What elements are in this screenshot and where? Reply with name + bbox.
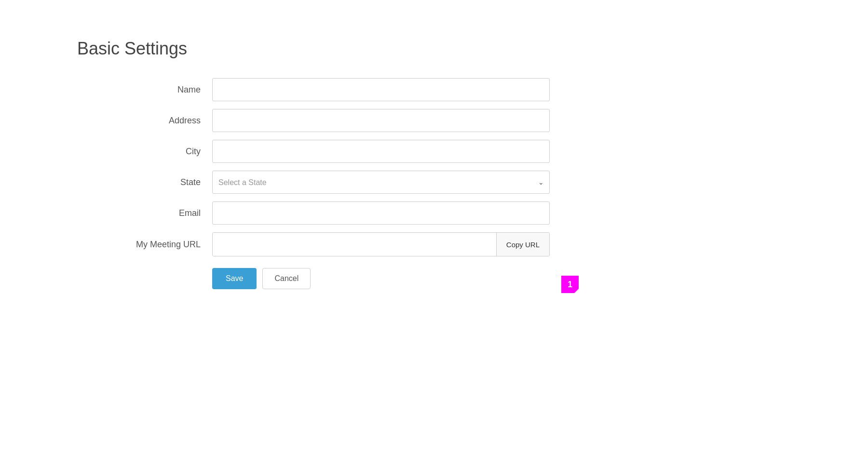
email-input[interactable] (212, 201, 550, 225)
city-input[interactable] (212, 140, 550, 163)
meeting-url-input[interactable] (213, 233, 496, 256)
page-title: Basic Settings (77, 39, 791, 59)
copy-url-button[interactable]: Copy URL (496, 233, 549, 256)
name-row: Name (116, 78, 550, 101)
main-container: Basic Settings Name Address City State S… (0, 0, 868, 455)
address-input[interactable] (212, 109, 550, 132)
state-select[interactable]: Select a State Alabama Alaska Arizona Ca… (212, 171, 550, 194)
address-label: Address (116, 116, 212, 126)
actions-row: Save Cancel 1 (212, 268, 550, 289)
email-row: Email (116, 201, 550, 225)
form-container: Name Address City State Select a State A… (116, 78, 550, 289)
annotation-badge-1: 1 (561, 276, 579, 293)
state-select-wrapper: Select a State Alabama Alaska Arizona Ca… (212, 171, 550, 194)
meeting-url-label: My Meeting URL (116, 240, 212, 250)
address-row: Address (116, 109, 550, 132)
city-label: City (116, 147, 212, 157)
cancel-button[interactable]: Cancel (262, 268, 311, 289)
email-label: Email (116, 208, 212, 218)
url-input-wrapper: Copy URL (212, 232, 550, 256)
city-row: City (116, 140, 550, 163)
name-label: Name (116, 85, 212, 95)
name-input[interactable] (212, 78, 550, 101)
meeting-url-row: My Meeting URL Copy URL (116, 232, 550, 256)
state-label: State (116, 177, 212, 187)
save-button[interactable]: Save (212, 268, 257, 289)
state-row: State Select a State Alabama Alaska Ariz… (116, 171, 550, 194)
